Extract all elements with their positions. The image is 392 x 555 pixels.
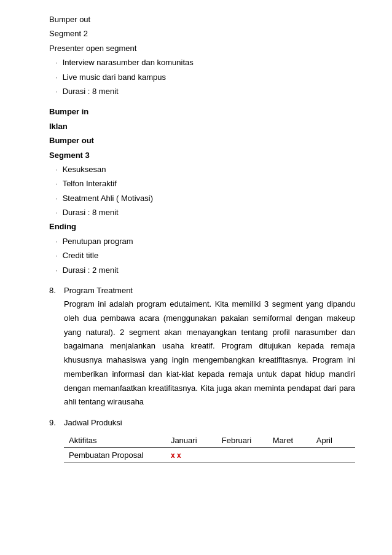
cell-april — [312, 448, 355, 463]
jadwal-table-container: Aktifitas Januari Februari Maret April P… — [64, 433, 355, 463]
bullet-dot: · — [55, 248, 58, 262]
bullet-dot: · — [55, 84, 58, 98]
bumper-out2-text: Bumper out — [49, 136, 94, 145]
bullet-durasi8b: · Durasi : 8 menit — [49, 205, 355, 219]
bullet-interview: · Interview narasumber dan komunitas — [49, 55, 355, 69]
bullet-durasi8b-text: Durasi : 8 menit — [63, 205, 119, 219]
ending-text: Ending — [49, 222, 76, 231]
bullet-dot: · — [55, 263, 58, 277]
bullet-dot: · — [55, 191, 58, 205]
col-header-februari: Februari — [217, 433, 268, 448]
bullet-durasi8a-text: Durasi : 8 menit — [63, 84, 119, 98]
col-header-aktifitas: Aktifitas — [64, 433, 166, 448]
bumper-in-text: Bumper in — [49, 107, 88, 116]
col-header-april: April — [312, 433, 355, 448]
bullet-penutupan: · Penutupan program — [49, 234, 355, 248]
iklan-line: Iklan — [49, 119, 355, 133]
bullet-steatment-text: Steatment Ahli ( Motivasi) — [63, 191, 153, 205]
bullet-durasi2-text: Durasi : 2 menit — [63, 263, 119, 277]
bullet-durasi2: · Durasi : 2 menit — [49, 263, 355, 277]
iklan-text: Iklan — [49, 122, 68, 131]
cell-februari — [217, 448, 268, 463]
bumper-out2-line: Bumper out — [49, 133, 355, 148]
bullet-dot: · — [55, 205, 58, 219]
ending-line: Ending — [49, 219, 355, 234]
segment2-line: Segment 2 — [49, 26, 355, 41]
cell-aktifitas: Pembuatan Proposal — [64, 448, 166, 463]
section9: 9. Jadwal Produksi Aktifitas Januari Feb… — [49, 418, 355, 463]
section9-number: 9. — [49, 418, 64, 463]
section8-number: 8. — [49, 286, 64, 409]
bullet-durasi8a: · Durasi : 8 menit — [49, 84, 355, 98]
col-header-januari: Januari — [166, 433, 217, 448]
bullet-kesuksesan-text: Kesuksesan — [63, 162, 106, 176]
bullet-dot: · — [55, 234, 58, 248]
section8-paragraph: Program ini adalah program edutaiment. K… — [64, 297, 355, 409]
bumper-out-line: Bumper out — [49, 12, 355, 26]
x-mark-januari: x x — [171, 451, 181, 460]
cell-maret — [268, 448, 312, 463]
bullet-dot: · — [55, 176, 58, 191]
segment3-text: Segment 3 — [49, 151, 90, 160]
segment3-line: Segment 3 — [49, 148, 355, 162]
bullet-penutupan-text: Penutupan program — [63, 234, 133, 248]
bullet-interview-text: Interview narasumber dan komunitas — [63, 55, 194, 69]
cell-januari: x x — [166, 448, 217, 463]
segment2-text: Segment 2 — [49, 29, 88, 38]
col-header-maret: Maret — [268, 433, 312, 448]
section8-title: Program Treatment — [64, 286, 355, 295]
bullet-livemusic: · Live music dari band kampus — [49, 70, 355, 84]
bullet-dot: · — [55, 55, 58, 69]
bumper-out-text: Bumper out — [49, 15, 90, 24]
section9-title: Jadwal Produksi — [64, 418, 355, 427]
bullet-dot: · — [55, 70, 58, 84]
bullet-credit-text: Credit title — [63, 248, 99, 262]
bullet-dot: · — [55, 162, 58, 176]
page-content: Bumper out Segment 2 Presenter open segm… — [0, 0, 392, 475]
presenter-open-text: Presenter open segment — [49, 44, 136, 53]
section8: 8. Program Treatment Program ini adalah … — [49, 286, 355, 409]
bullet-telfon: · Telfon Interaktif — [49, 176, 355, 191]
table-row: Pembuatan Proposal x x — [64, 448, 355, 463]
section8-content: Program Treatment Program ini adalah pro… — [64, 286, 355, 409]
bullet-telfon-text: Telfon Interaktif — [63, 176, 117, 191]
bullet-steatment: · Steatment Ahli ( Motivasi) — [49, 191, 355, 205]
presenter-open-line: Presenter open segment — [49, 41, 355, 55]
bullet-livemusic-text: Live music dari band kampus — [63, 70, 166, 84]
section9-content: Jadwal Produksi Aktifitas Januari Februa… — [64, 418, 355, 463]
bullet-credit: · Credit title — [49, 248, 355, 262]
bullet-kesuksesan: · Kesuksesan — [49, 162, 355, 176]
table-header-row: Aktifitas Januari Februari Maret April — [64, 433, 355, 448]
jadwal-table: Aktifitas Januari Februari Maret April P… — [64, 433, 355, 463]
bumper-in-line: Bumper in — [49, 104, 355, 119]
